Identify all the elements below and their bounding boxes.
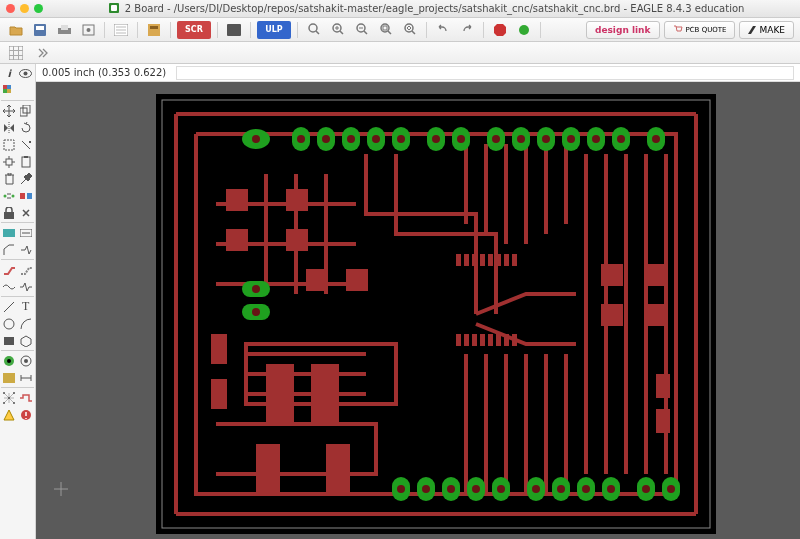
rotate-tool[interactable] — [18, 119, 35, 136]
close-window-button[interactable] — [6, 4, 15, 13]
svg-rect-86 — [512, 334, 517, 346]
signal-tool[interactable] — [18, 278, 35, 295]
lock-tool[interactable] — [1, 204, 18, 221]
print-button[interactable] — [54, 21, 74, 39]
ratsnest-tool[interactable] — [1, 389, 18, 406]
text-tool[interactable]: T — [18, 298, 35, 315]
svg-rect-67 — [644, 264, 666, 286]
svg-rect-45 — [3, 373, 15, 383]
chevrons-right-icon — [38, 48, 48, 58]
design-link-button[interactable]: design link — [586, 21, 660, 39]
svg-point-44 — [24, 359, 28, 363]
run-ulp-button[interactable]: ULP — [257, 21, 291, 39]
polygon-tool[interactable] — [18, 332, 35, 349]
paste-tool[interactable] — [18, 153, 35, 170]
svg-point-90 — [297, 135, 305, 143]
cam-button[interactable] — [78, 21, 98, 39]
svg-point-118 — [252, 285, 260, 293]
errors-tool[interactable] — [18, 406, 35, 423]
redraw-button[interactable] — [376, 21, 396, 39]
svg-point-130 — [497, 485, 505, 493]
save-button[interactable] — [30, 21, 50, 39]
svg-rect-70 — [656, 409, 670, 433]
svg-rect-53 — [226, 189, 248, 211]
window-controls — [6, 4, 43, 13]
stop-button[interactable] — [490, 21, 510, 39]
auto-tool[interactable] — [18, 389, 35, 406]
go-button[interactable] — [514, 21, 534, 39]
arc-tool[interactable] — [18, 315, 35, 332]
attribute-tool[interactable] — [1, 369, 18, 386]
cut-tool[interactable] — [1, 153, 18, 170]
scr-button[interactable]: SCR — [177, 21, 211, 39]
zoom-in-button[interactable] — [328, 21, 348, 39]
make-button[interactable]: MAKE — [739, 21, 794, 39]
undo-button[interactable] — [433, 21, 453, 39]
grid-button[interactable] — [6, 44, 26, 62]
mark-tool[interactable] — [18, 82, 35, 99]
title-bar: 2 Board - /Users/DI/Desktop/repos/satsha… — [0, 0, 800, 18]
maximize-window-button[interactable] — [34, 4, 43, 13]
redo-button[interactable] — [457, 21, 477, 39]
svg-point-106 — [517, 135, 525, 143]
change-tool[interactable] — [18, 136, 35, 153]
move-tool[interactable] — [1, 102, 18, 119]
pcb-quote-button[interactable]: PCB QUOTE — [664, 21, 736, 39]
circle-tool[interactable] — [1, 315, 18, 332]
minimize-window-button[interactable] — [20, 4, 29, 13]
svg-rect-72 — [464, 254, 469, 266]
svg-rect-19 — [9, 46, 23, 60]
smash-tool[interactable] — [18, 204, 35, 221]
group-tool[interactable] — [1, 136, 18, 153]
svg-rect-60 — [211, 379, 227, 409]
svg-rect-11 — [227, 24, 241, 36]
options-chevron-button[interactable] — [36, 44, 50, 62]
erc-tool[interactable] — [1, 406, 18, 423]
miter-tool[interactable] — [1, 241, 18, 258]
schematic-button[interactable] — [111, 21, 131, 39]
svg-rect-10 — [150, 26, 158, 29]
ripup-tool[interactable] — [18, 261, 35, 278]
route-tool[interactable] — [1, 261, 18, 278]
delete-tool[interactable] — [1, 170, 18, 187]
open-button[interactable] — [6, 21, 26, 39]
svg-rect-75 — [488, 254, 493, 266]
copy-tool[interactable] — [18, 102, 35, 119]
library-button[interactable] — [144, 21, 164, 39]
info-tool[interactable]: i — [1, 65, 18, 82]
coordinate-readout: 0.005 inch (0.353 0.622) — [42, 67, 166, 78]
svg-rect-83 — [488, 334, 493, 346]
svg-point-33 — [12, 194, 15, 197]
zoom-out-button[interactable] — [352, 21, 372, 39]
command-input[interactable] — [176, 66, 794, 80]
svg-point-128 — [472, 485, 480, 493]
name-tool[interactable] — [1, 224, 18, 241]
split-tool[interactable] — [18, 241, 35, 258]
replace-tool[interactable] — [18, 187, 35, 204]
wire-tool[interactable] — [1, 278, 18, 295]
hole-tool[interactable] — [18, 352, 35, 369]
svg-point-18 — [519, 25, 529, 35]
svg-point-136 — [582, 485, 590, 493]
value-tool[interactable] — [18, 224, 35, 241]
svg-point-48 — [8, 397, 10, 399]
rect-tool[interactable] — [1, 332, 18, 349]
display-tool[interactable] — [1, 82, 18, 99]
ulp-button[interactable] — [224, 21, 244, 39]
svg-point-92 — [322, 135, 330, 143]
svg-rect-84 — [496, 334, 501, 346]
line-tool[interactable] — [1, 298, 18, 315]
zoom-fit-button[interactable] — [304, 21, 324, 39]
add-tool[interactable] — [18, 170, 35, 187]
pinswap-tool[interactable] — [1, 187, 18, 204]
zoom-select-button[interactable] — [400, 21, 420, 39]
show-tool[interactable] — [18, 65, 35, 82]
svg-point-122 — [397, 485, 405, 493]
via-tool[interactable] — [1, 352, 18, 369]
svg-rect-9 — [148, 24, 160, 36]
eagle-icon — [109, 3, 119, 13]
dimension-tool[interactable] — [18, 369, 35, 386]
svg-rect-78 — [512, 254, 517, 266]
editor-canvas[interactable] — [36, 82, 800, 539]
mirror-tool[interactable] — [1, 119, 18, 136]
